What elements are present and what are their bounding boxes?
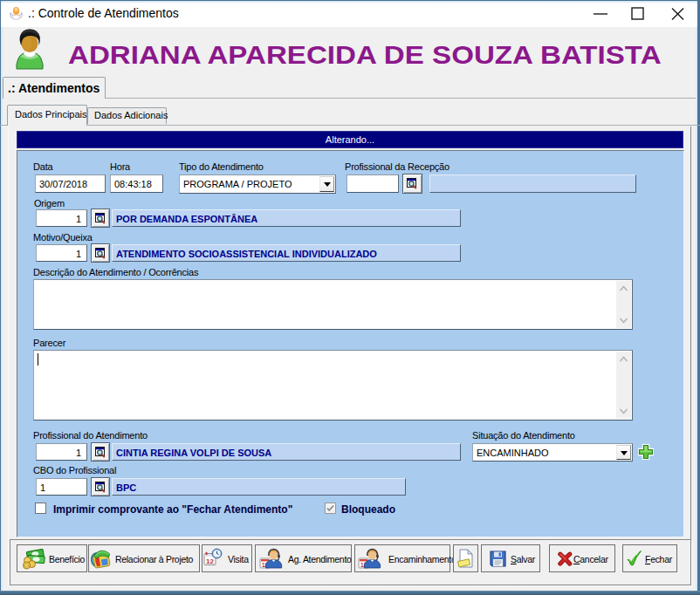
svg-text:12: 12 (206, 557, 214, 565)
